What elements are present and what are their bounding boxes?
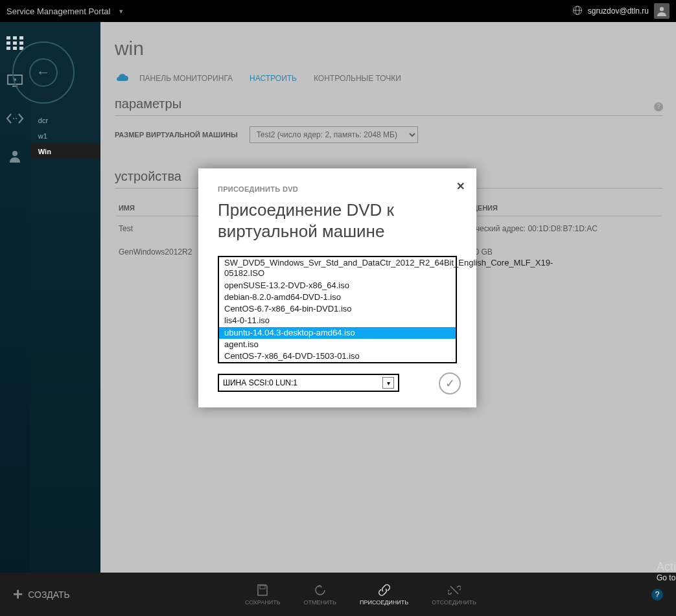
topbar: Service Management Portal ▾ sgruzdov@dtl…	[0, 0, 676, 22]
bus-select[interactable]: ШИНА SCSI:0 LUN:1 ▾	[218, 374, 399, 392]
svg-rect-8	[13, 41, 17, 45]
globe-icon[interactable]	[572, 5, 583, 17]
modal-label: ПРИСОЕДИНИТЬ DVD	[218, 185, 457, 193]
activation-watermark: Acti Go to	[657, 561, 676, 582]
iso-option[interactable]: debian-8.2.0-amd64-DVD-1.iso	[219, 291, 456, 303]
svg-point-16	[13, 118, 14, 119]
confirm-button[interactable]: ✓	[439, 372, 461, 394]
attach-label: ПРИСОЕДИНИТЬ	[360, 599, 408, 606]
iso-dropdown-list[interactable]: SW_DVD5_Windows_Svr_Std_and_DataCtr_2012…	[218, 256, 457, 363]
bottombar: + СОЗДАТЬ СОХРАНИТЬ ОТМЕНИТЬ ПРИСОЕДИНИТ…	[0, 573, 676, 616]
avatar[interactable]	[654, 3, 670, 19]
svg-rect-7	[6, 41, 10, 45]
create-button[interactable]: + СОЗДАТЬ	[13, 584, 70, 604]
chevron-down-icon: ▾	[382, 377, 394, 389]
save-action[interactable]: СОХРАНИТЬ	[245, 584, 281, 606]
sidebar-item-win[interactable]: Win	[30, 144, 100, 159]
svg-rect-6	[19, 36, 23, 40]
back-arrow-icon: ←	[29, 58, 58, 87]
iso-option[interactable]: SW_DVD5_Windows_Svr_Std_and_DataCtr_2012…	[219, 257, 456, 280]
sidebar-item-w1[interactable]: w1	[30, 128, 100, 144]
svg-point-17	[16, 118, 17, 119]
svg-rect-9	[19, 41, 23, 45]
iconbar	[0, 22, 30, 573]
user-icon[interactable]	[4, 146, 26, 166]
svg-rect-4	[6, 36, 10, 40]
watermark-line2: Go to	[657, 574, 676, 582]
svg-point-3	[660, 7, 664, 11]
watermark-line1: Acti	[657, 561, 676, 574]
cancel-label: ОТМЕНИТЬ	[304, 599, 336, 606]
user-email[interactable]: sgruzdov@dtln.ru	[588, 6, 649, 16]
sidebar-item-dcr[interactable]: dcr	[30, 113, 100, 128]
back-button[interactable]: ←	[12, 41, 75, 104]
code-icon[interactable]	[4, 109, 26, 128]
cancel-action[interactable]: ОТМЕНИТЬ	[304, 584, 336, 606]
chevron-down-icon[interactable]: ▾	[119, 7, 123, 16]
svg-rect-5	[13, 36, 17, 40]
help-button[interactable]: ?	[651, 589, 663, 600]
iso-option[interactable]: agent.iso	[219, 339, 456, 350]
portal-title: Service Management Portal	[6, 6, 110, 16]
attach-dvd-modal: ПРИСОЕДИНИТЬ DVD ✕ Присоединение DVD к в…	[198, 168, 476, 407]
modal-title: Присоединение DVD к виртуальной машине	[218, 200, 457, 242]
bus-value: ШИНА SCSI:0 LUN:1	[223, 378, 297, 387]
iso-option[interactable]: ubuntu-14.04.3-desktop-amd64.iso	[219, 327, 456, 339]
save-label: СОХРАНИТЬ	[245, 599, 281, 606]
svg-point-18	[12, 151, 17, 156]
iso-option[interactable]: lis4-0-11.iso	[219, 315, 456, 326]
detach-action[interactable]: ОТСОЕДИНИТЬ	[432, 584, 476, 606]
svg-rect-11	[13, 47, 17, 50]
create-label: СОЗДАТЬ	[28, 589, 70, 600]
iso-option[interactable]: CentOS-6.7-x86_64-bin-DVD1.iso	[219, 303, 456, 315]
close-icon[interactable]: ✕	[456, 180, 465, 192]
plus-icon: +	[13, 584, 23, 604]
iso-option[interactable]: CentOS-7-x86_64-DVD-1503-01.iso	[219, 350, 456, 362]
sidebar: ← dcr w1 Win	[30, 22, 100, 573]
svg-rect-10	[6, 47, 10, 50]
svg-rect-19	[260, 586, 265, 589]
iso-option[interactable]: openSUSE-13.2-DVD-x86_64.iso	[219, 280, 456, 291]
detach-label: ОТСОЕДИНИТЬ	[432, 599, 476, 606]
attach-action[interactable]: ПРИСОЕДИНИТЬ	[360, 584, 408, 606]
